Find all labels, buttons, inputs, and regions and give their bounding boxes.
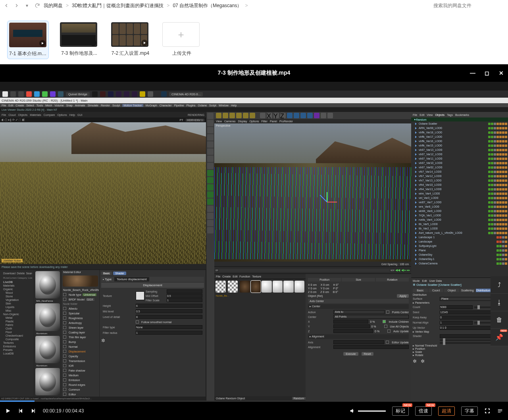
object-list[interactable]: Octane ScatterARN_Var08_LOD0vbffk_Var18_… [411,121,508,277]
channel-item[interactable]: Common [62,387,99,392]
window-maximize[interactable]: ◻ [483,70,491,76]
volume-slider[interactable] [358,410,386,412]
mark-button[interactable]: 标记NEW [392,407,409,416]
crumb-root[interactable]: 我的网盘 [44,2,63,9]
subtitle-button[interactable]: 字幕 [461,407,478,416]
file-item-1[interactable]: 7-1 基本介绍.mp4 [7,21,49,59]
object-row[interactable]: vb67_Var13_LOD0 [411,148,508,152]
channel-item[interactable]: Thin film layer [62,335,99,339]
object-row[interactable]: rvelis_Var4_LOD0 [411,218,508,222]
file-item-3[interactable]: 7-2 汇入设置.mp4 [110,21,151,59]
object-row[interactable]: SoftpoleyLight [411,244,508,248]
viewport-toolbar[interactable]: XYZ [214,112,411,119]
object-row[interactable]: vfx7_Var13_LOD0 [411,178,508,183]
material-attributes[interactable]: BasicShader • Type Texture displacement … [100,270,206,397]
material-swatches[interactable] [214,279,306,294]
channel-item[interactable]: Normal [62,344,99,349]
c4d-viewport[interactable]: Perspective Z, X Grid Spacing : 100 cm [214,123,411,266]
object-row[interactable]: vbffk_Var17_LOD0 [411,135,508,139]
channel-item[interactable]: Fake shadow [62,368,99,373]
object-row[interactable]: vel_Var3_LOD0 [411,196,508,200]
object-row[interactable]: vfh4_Var13_LOD0 [411,187,508,191]
object-row[interactable]: Asrt_nature_rock_L_vfhn0fx_LOD0 [411,231,508,235]
channel-item[interactable]: Anisotropy [62,320,99,325]
obj-root[interactable]: ▸ Random [411,118,508,121]
nav-forward[interactable] [13,2,21,10]
object-row[interactable]: ARN_Var08_LOD0 [411,126,508,130]
object-row[interactable]: OctaneCamera [411,261,508,266]
object-row[interactable]: 7rQb_Var1_LOD0 [411,213,508,218]
delete-button[interactable]: 🗑 [491,311,508,329]
object-row[interactable]: wre_Var8_LOD0 [411,204,508,209]
object-row[interactable]: vei07_Var7_LOD0 [411,200,508,204]
channel-item[interactable]: Albedo [62,306,99,311]
live-viewer-menu[interactable]: FileCloudObjectsMaterialsCompareOptionsH… [0,112,206,118]
object-row[interactable]: vb67_Var12_LOD0 [411,152,508,156]
upload-button[interactable]: + 上传文件 [161,21,202,59]
volume-control[interactable] [349,408,386,414]
channel-item[interactable]: IOR [62,363,99,368]
channel-item[interactable]: Round edges [62,382,99,387]
object-row[interactable]: vbffk_Var16_LOD0 [411,139,508,143]
viewport-menu[interactable]: ViewCamerasDisplayOptionsFilterPanelProR… [214,119,411,123]
object-manager-tabs[interactable]: FileEditViewObjectsTagsBookmarks [411,112,508,118]
object-row[interactable]: vfb7_Var14_LOD0 [411,170,508,174]
object-row[interactable]: tlb_Var2_LOD0 [411,226,508,231]
left-tool-palette[interactable] [206,112,214,401]
channel-item[interactable]: Specular [62,311,99,316]
object-row[interactable]: vb67_Var11_LOD0 [411,156,508,161]
material-editor-preview[interactable]: Material Editor Nordic_Beach_Rock_vfhn0f… [62,270,100,397]
object-row[interactable]: vbffk_Var18_LOD0 [411,130,508,135]
livedb-panel[interactable]: DownloadDeleteSearch RLiteCurrent Catego… [0,270,34,397]
channel-item[interactable]: Sheen layer [62,325,99,330]
crumb-course[interactable]: 3D軟體大亂鬥｜從概念到畫面的夢幻連攜技 [72,2,164,9]
nav-refresh[interactable] [33,2,41,10]
window-close[interactable]: ✕ [498,70,505,76]
speed-button[interactable]: 倍速NEW [415,407,432,416]
channel-item[interactable]: Bump [62,339,99,344]
channel-item[interactable]: Editor [62,392,99,397]
object-row[interactable]: OctaneSky.1 [411,257,508,261]
video-frame[interactable]: Quixel Bridge CINEMA 4D R20.0... CINEMA … [0,82,508,401]
lv-toolbar[interactable]: ◐ ▢ ▸‖ ⟳ ⤢ ⬚ ◧PTHDR+ENV 1 [0,118,206,122]
object-row[interactable]: wb66_Var8_LOD0 [411,209,508,213]
material-manager-menu[interactable]: FileCreateEditFunctionTexture [214,274,306,279]
pin-button[interactable]: 📌 [491,329,508,346]
nav-back[interactable] [2,2,10,10]
search-input[interactable] [430,1,506,10]
timeline-bar[interactable]: 0F90F ◀◀ ◀ ▸ ▸▸ [214,266,411,274]
object-row[interactable]: Landscape 1 [411,235,508,239]
object-row[interactable]: tlb_Var5_LOD0 [411,222,508,226]
nav-dropdown[interactable]: ▾ [23,2,31,10]
object-row[interactable]: wire_Var4_LOD0 [411,191,508,196]
object-row[interactable]: Landscape [411,239,508,244]
c4d-menu-bar[interactable]: FileEditCreateSelectToolsMeshVolumeSnapA… [0,103,508,107]
object-row[interactable]: vb67_Var02_LOD0 [411,165,508,170]
channel-item[interactable]: Opacity [62,354,99,358]
channel-item[interactable]: Transmission [62,358,99,363]
object-row[interactable]: vbffk_Var15_LOD0 [411,143,508,148]
object-row[interactable]: vb67_Var10_LOD0 [411,161,508,165]
prev-button[interactable] [17,408,24,414]
channel-item[interactable]: Emission [62,378,99,382]
share-button[interactable]: ⤴ [491,276,508,294]
next-button[interactable] [30,408,37,414]
object-row[interactable]: vfh4_Var10_LOD0 [411,183,508,187]
channel-item[interactable]: Medium [62,373,99,378]
download-button[interactable]: ⭳ [491,294,508,311]
quality-button[interactable]: 超清 [438,407,455,416]
fullscreen-button[interactable] [484,408,491,414]
playlist-button[interactable] [497,408,503,414]
object-row[interactable]: Octane Scatter [411,121,508,126]
file-item-2[interactable]: 7-3 制作地形及... [58,21,100,59]
channel-item[interactable]: Displacement [62,349,99,354]
play-button[interactable] [5,408,11,414]
crumb-chapter[interactable]: 07 自然场景制作（Megascans） [173,2,242,9]
progress-bar[interactable] [0,401,508,402]
object-row[interactable]: Plane [411,248,508,252]
material-previews[interactable]: S01_NewFence Aluminium Aluminium [34,270,62,397]
object-row[interactable]: OctaneSky [411,252,508,257]
coordinate-panel[interactable]: PositionSizeRotation X 0 cm X 0 cm H 0° … [306,274,411,401]
object-row[interactable]: vfb7_Var12_LOD0 [411,174,508,178]
channel-item[interactable]: Roughness [62,316,99,320]
